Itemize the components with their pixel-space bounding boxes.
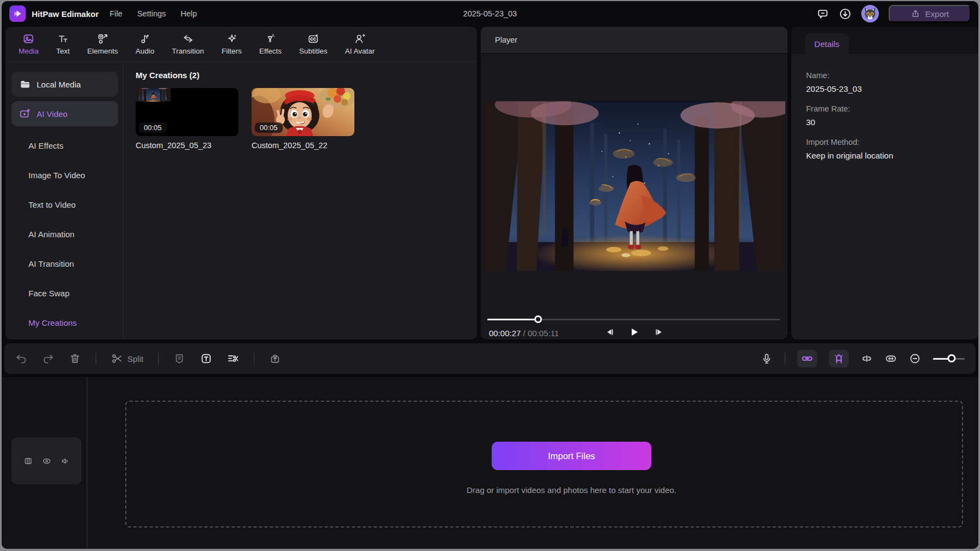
- tab-filters[interactable]: Filters: [213, 33, 250, 55]
- prev-frame-button[interactable]: [605, 327, 614, 337]
- duration-badge: 00:05: [139, 122, 167, 133]
- zoom-out-button[interactable]: [909, 353, 921, 365]
- tab-text[interactable]: Text: [48, 33, 79, 55]
- fit-timeline-button[interactable]: [885, 353, 897, 365]
- redo-button[interactable]: [42, 353, 54, 365]
- menu-file[interactable]: File: [110, 9, 122, 18]
- player-header: Player: [481, 27, 788, 54]
- sidebar-item-ai-effects[interactable]: AI Effects: [11, 131, 118, 160]
- export-button[interactable]: Export: [889, 5, 971, 22]
- player-controls: 00:00:27 / 00:05:11: [481, 325, 788, 339]
- media-panel: MediaTextElementsAudioTransitionFiltersE…: [5, 27, 477, 339]
- menu-settings[interactable]: Settings: [137, 9, 166, 18]
- trash-button[interactable]: [69, 353, 81, 365]
- marker-button[interactable]: [173, 353, 185, 365]
- download-icon[interactable]: [839, 8, 851, 20]
- tab-label: Subtitles: [299, 47, 328, 55]
- export-icon: [911, 9, 920, 19]
- text-tool-button[interactable]: [200, 353, 212, 365]
- my-creations-header: My Creations (2): [136, 71, 477, 80]
- link-toggle[interactable]: [797, 350, 817, 367]
- tab-audio[interactable]: Audio: [127, 33, 164, 55]
- sidebar-item-face-swap[interactable]: Face Swap: [11, 278, 118, 308]
- media-sidebar: Local MediaAI VideoAI EffectsImage To Vi…: [5, 62, 124, 339]
- current-time: 00:00:27: [489, 329, 521, 338]
- sidebar-item-ai-video[interactable]: AI Video: [11, 101, 118, 126]
- tab-details[interactable]: Details: [805, 33, 849, 54]
- sidebar-item-ai-transition[interactable]: AI Transition: [11, 249, 118, 278]
- scrubber-thumb[interactable]: [534, 315, 542, 323]
- details-field-label: Frame Rate:: [806, 104, 978, 113]
- scissors-label: Split: [127, 354, 143, 364]
- import-files-button[interactable]: Import Files: [492, 442, 651, 470]
- details-panel: Details Name:2025-05-23_03Frame Rate:30I…: [791, 27, 978, 339]
- sidebar-item-image-to-video[interactable]: Image To Video: [11, 160, 118, 190]
- creation-card[interactable]: 00:05Custom_2025_05_23: [136, 88, 238, 150]
- duration-badge: 00:05: [255, 122, 283, 133]
- scrubber-progress: [487, 319, 538, 320]
- details-field-label: Name:: [806, 71, 978, 80]
- unlink-button[interactable]: [861, 353, 873, 365]
- toolbar-divider: [785, 352, 785, 365]
- microphone-button[interactable]: [761, 353, 773, 365]
- magnet-toggle[interactable]: [829, 350, 849, 367]
- zoom-slider-thumb[interactable]: [947, 354, 955, 362]
- player-scrubber[interactable]: [487, 315, 780, 323]
- speaker-icon[interactable]: [61, 456, 70, 466]
- timeline-zoom-slider[interactable]: [933, 354, 965, 363]
- document-title: 2025-05-23_03: [463, 9, 517, 18]
- app-window: HitPaw Edimakor FileSettingsHelp 2025-05…: [2, 1, 978, 549]
- feedback-message-icon[interactable]: [816, 8, 829, 20]
- toolbar-divider: [158, 352, 159, 365]
- titlebar: HitPaw Edimakor FileSettingsHelp 2025-05…: [2, 1, 978, 26]
- creation-thumbnail[interactable]: 00:05: [252, 88, 354, 136]
- timeline-toolbar: Split: [4, 343, 976, 374]
- track-header: [11, 437, 81, 484]
- elements-icon: [97, 33, 109, 45]
- tab-elements[interactable]: Elements: [79, 33, 127, 55]
- details-field: Import Method:Keep in original location: [806, 138, 978, 160]
- sidebar-item-label: AI Video: [37, 109, 67, 119]
- sidebar-item-ai-animation[interactable]: AI Animation: [11, 219, 118, 249]
- sidebar-item-local-media[interactable]: Local Media: [11, 72, 118, 97]
- tab-label: Media: [19, 47, 39, 55]
- tab-media[interactable]: Media: [10, 33, 48, 55]
- details-body: Name:2025-05-23_03Frame Rate:30Import Me…: [791, 54, 978, 160]
- text-icon: [57, 33, 69, 45]
- sidebar-item-text-to-video[interactable]: Text to Video: [11, 190, 118, 219]
- media-content: My Creations (2) 00:05Custom_2025_05_230…: [124, 62, 477, 339]
- upload-clip-button[interactable]: [269, 353, 281, 365]
- details-field: Name:2025-05-23_03: [806, 71, 978, 93]
- tab-label: AI Avatar: [345, 47, 375, 55]
- tab-effects[interactable]: Effects: [250, 33, 290, 55]
- video-preview[interactable]: [483, 101, 785, 271]
- sidebar-item-my-creations[interactable]: My Creations: [11, 308, 118, 337]
- scissors-button[interactable]: Split: [111, 353, 143, 365]
- undo-button[interactable]: [15, 353, 27, 365]
- user-avatar[interactable]: [861, 5, 879, 22]
- toolbar-divider: [96, 352, 96, 365]
- total-time: 00:05:11: [528, 329, 559, 338]
- timeline-area: Import Files Drag or import videos and p…: [2, 377, 978, 549]
- creation-name: Custom_2025_05_23: [136, 141, 238, 150]
- split-clip-button[interactable]: [227, 353, 239, 365]
- tab-transition[interactable]: Transition: [163, 33, 213, 55]
- details-field-value: 30: [806, 118, 978, 127]
- sidebar-item-label: AI Transition: [28, 259, 74, 268]
- tab-ai-avatar[interactable]: AI Avatar: [336, 33, 384, 55]
- tab-subtitles[interactable]: Subtitles: [290, 33, 336, 55]
- drop-hint-text: Drag or import videos and photos here to…: [466, 485, 676, 495]
- play-button[interactable]: [628, 326, 640, 338]
- app-name: HitPaw Edimakor: [32, 9, 99, 19]
- creation-thumbnail[interactable]: 00:05: [136, 88, 238, 136]
- sidebar-item-label: Local Media: [37, 80, 81, 89]
- menu-help[interactable]: Help: [180, 9, 197, 18]
- next-frame-button[interactable]: [654, 327, 663, 337]
- film-icon[interactable]: [24, 456, 33, 466]
- tab-label: Elements: [88, 47, 118, 55]
- eye-icon[interactable]: [42, 456, 51, 466]
- time-display: 00:00:27 / 00:05:11: [489, 329, 559, 338]
- creation-card[interactable]: 00:05Custom_2025_05_22: [252, 88, 354, 150]
- sidebar-item-label: Face Swap: [28, 289, 69, 298]
- ai-video-icon: [19, 108, 31, 120]
